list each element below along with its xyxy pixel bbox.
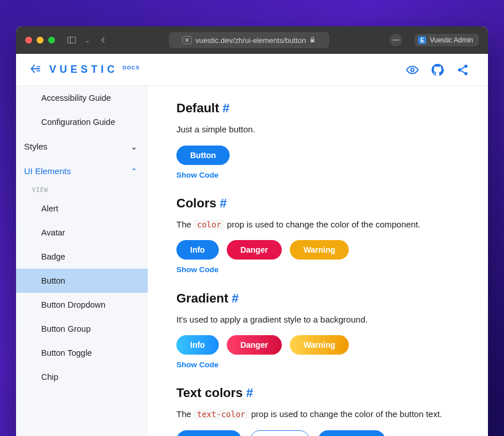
- svg-point-5: [411, 68, 414, 72]
- danger-button[interactable]: Danger: [227, 240, 282, 260]
- url-bar[interactable]: ✕ vuestic.dev/zh/ui-elements/button: [169, 32, 329, 48]
- url-text: vuestic.dev/zh/ui-elements/button: [195, 36, 306, 45]
- section-colors-desc: The color prop is used to change the col…: [176, 218, 465, 231]
- show-code-link[interactable]: Show Code: [176, 170, 465, 181]
- browser-titlebar: ⌄ ✕ vuestic.dev/zh/ui-elements/button E …: [16, 26, 488, 54]
- anchor-link-textcolors[interactable]: #: [246, 383, 253, 402]
- svg-point-6: [464, 64, 468, 68]
- window-controls: [25, 37, 55, 44]
- chevron-down-icon[interactable]: ⌄: [85, 37, 90, 44]
- sidebar-item-avatar[interactable]: Avatar: [16, 221, 148, 245]
- sidebar-item-button[interactable]: Button: [16, 269, 148, 293]
- collapse-sidebar-button[interactable]: [29, 62, 41, 77]
- sidebar-item-accessibility-guide[interactable]: Accessibility Guide: [16, 86, 148, 110]
- svg-rect-0: [68, 37, 76, 44]
- sidebar-item-button-toggle[interactable]: Button Toggle: [16, 341, 148, 365]
- more-menu-button[interactable]: [389, 34, 402, 46]
- svg-point-8: [464, 72, 468, 75]
- info-button[interactable]: Info: [176, 240, 219, 260]
- sidebar-toggle-button[interactable]: [66, 35, 77, 45]
- close-window-button[interactable]: [25, 37, 32, 44]
- minimize-window-button[interactable]: [37, 37, 44, 44]
- gradient-warning-button[interactable]: Warning: [290, 335, 349, 355]
- section-textcolors-title: Text colors #: [176, 383, 465, 402]
- logo-word: VUESTIC: [49, 64, 118, 76]
- chevron-up-icon: ⌃: [131, 167, 137, 176]
- share-icon[interactable]: [450, 64, 475, 76]
- anchor-link-default[interactable]: #: [223, 99, 230, 117]
- svg-point-4: [397, 40, 399, 41]
- svg-point-3: [395, 40, 396, 41]
- red-text-button[interactable]: Red text: [250, 430, 310, 436]
- green-text-button[interactable]: Green text: [318, 430, 385, 436]
- sidebar-section-label: Styles: [24, 142, 48, 151]
- sidebar-item-button-group[interactable]: Button Group: [16, 317, 148, 341]
- sidebar-item-badge[interactable]: Badge: [16, 245, 148, 269]
- section-gradient-desc: It's used to apply a gradient style to a…: [176, 313, 465, 327]
- anchor-link-colors[interactable]: #: [220, 194, 227, 213]
- sidebar-item-button-dropdown[interactable]: Button Dropdown: [16, 293, 148, 317]
- chevron-down-icon: ⌄: [131, 142, 137, 151]
- github-icon[interactable]: [425, 64, 450, 76]
- site-settings-icon[interactable]: ✕: [182, 36, 192, 44]
- warning-button[interactable]: Warning: [290, 240, 349, 260]
- app-header: VUESTIC DOCS: [16, 54, 488, 86]
- sidebar-item-configuration-guide[interactable]: Configuration Guide: [16, 110, 148, 134]
- svg-point-7: [458, 68, 462, 72]
- show-code-link[interactable]: Show Code: [176, 264, 465, 276]
- svg-point-2: [393, 40, 394, 41]
- browser-window: ⌄ ✕ vuestic.dev/zh/ui-elements/button E …: [16, 26, 488, 436]
- tab-favicon: E: [418, 36, 426, 44]
- anchor-link-gradient[interactable]: #: [231, 289, 238, 308]
- show-code-link[interactable]: Show Code: [176, 359, 465, 371]
- default-button[interactable]: Button: [176, 146, 230, 165]
- section-gradient-title: Gradient #: [176, 289, 465, 308]
- logo-docs: DOCS: [123, 65, 140, 70]
- logo[interactable]: VUESTIC DOCS: [49, 64, 140, 76]
- maximize-window-button[interactable]: [48, 37, 55, 44]
- sidebar-section-label: UI Elements: [24, 166, 71, 176]
- content-area: Default # Just a simple button. Button S…: [148, 86, 488, 436]
- code-color-prop: color: [194, 219, 225, 230]
- sidebar-group-view: VIEW: [16, 183, 148, 197]
- browser-tab[interactable]: E Vuestic Admin: [415, 34, 479, 46]
- gradient-info-button[interactable]: Info: [176, 335, 219, 355]
- sidebar-item-chip[interactable]: Chip: [16, 365, 148, 389]
- back-button[interactable]: [98, 35, 108, 45]
- sidebar-section-ui-elements[interactable]: UI Elements ⌃: [16, 159, 148, 183]
- section-textcolors-desc: The text-color prop is used to change th…: [176, 408, 465, 421]
- section-colors-title: Colors #: [176, 194, 465, 213]
- tab-label: Vuestic Admin: [430, 36, 473, 44]
- section-default-desc: Just a simple button.: [176, 123, 465, 136]
- eye-icon[interactable]: [400, 64, 425, 76]
- black-text-button[interactable]: Black text: [176, 430, 242, 436]
- gradient-danger-button[interactable]: Danger: [227, 335, 282, 355]
- sidebar-item-alert[interactable]: Alert: [16, 197, 148, 221]
- section-default-title: Default #: [176, 99, 465, 117]
- code-textcolor-prop: text-color: [194, 409, 249, 419]
- sidebar: Accessibility Guide Configuration Guide …: [16, 86, 148, 436]
- lock-icon: [309, 36, 316, 45]
- sidebar-section-styles[interactable]: Styles ⌄: [16, 134, 148, 159]
